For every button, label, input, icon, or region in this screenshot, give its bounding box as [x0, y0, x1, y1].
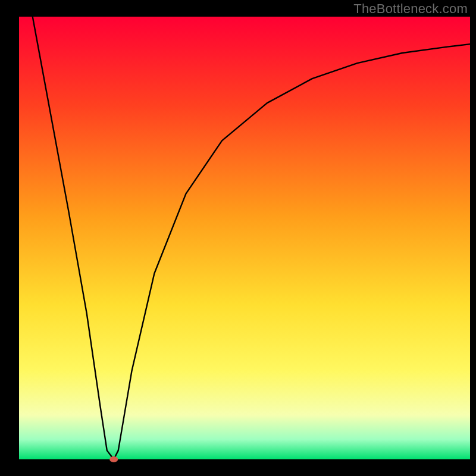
bottleneck-chart — [0, 0, 476, 476]
plot-background — [19, 17, 470, 459]
optimum-marker — [109, 456, 118, 462]
chart-frame: TheBottleneck.com — [0, 0, 476, 476]
